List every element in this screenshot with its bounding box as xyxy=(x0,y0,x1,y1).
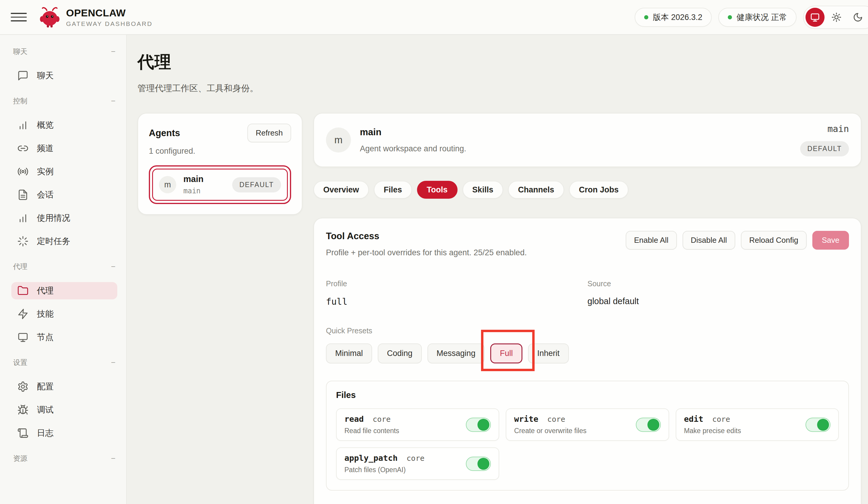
sidebar-section-label: 控制 xyxy=(13,96,28,106)
sidebar-section-2: 代理−代理技能节点 xyxy=(11,262,117,346)
section-collapse-icon[interactable]: − xyxy=(111,359,115,366)
disable-all-button[interactable]: Disable All xyxy=(683,231,735,250)
bar-chart-icon xyxy=(17,119,29,131)
status-dot-icon xyxy=(728,15,732,19)
bar-chart-icon xyxy=(17,212,29,224)
tool-description: Make precise edits xyxy=(684,427,741,435)
profile-value: full xyxy=(326,296,588,307)
menu-icon[interactable] xyxy=(11,9,27,25)
sidebar-item-实例[interactable]: 实例 xyxy=(11,163,117,180)
sidebar-section-0: 聊天−聊天 xyxy=(11,47,117,84)
sidebar-item-日志[interactable]: 日志 xyxy=(11,424,117,442)
sidebar-section-3: 设置−配置调试日志 xyxy=(11,358,117,442)
tool-name: write xyxy=(514,414,538,424)
preset-coding-button[interactable]: Coding xyxy=(378,343,422,363)
zap-icon xyxy=(17,308,29,320)
version-badge: 版本 2026.3.2 xyxy=(634,8,712,27)
tool-tag: core xyxy=(712,415,730,424)
main-content: 代理 管理代理工作区、工具和身份。 Agents Refresh 1 confi… xyxy=(127,35,868,504)
agent-detail-id: main xyxy=(827,124,849,134)
page-title: 代理 xyxy=(137,51,861,73)
agent-list-item-main[interactable]: m main main DEFAULT xyxy=(149,165,291,204)
tab-overview[interactable]: Overview xyxy=(313,181,369,199)
section-collapse-icon[interactable]: − xyxy=(111,263,115,271)
tool-description: Patch files (OpenAI) xyxy=(344,466,424,474)
tool-item-edit: editcoreMake precise edits xyxy=(676,409,839,441)
theme-light-sun-icon[interactable] xyxy=(827,8,846,27)
tool-tag: core xyxy=(373,415,391,424)
source-label: Source xyxy=(588,279,849,288)
preset-messaging-button[interactable]: Messaging xyxy=(427,343,485,363)
theme-dark-moon-icon[interactable] xyxy=(848,8,867,27)
broadcast-icon xyxy=(17,166,29,177)
tool-item-read: readcoreRead file contents xyxy=(336,409,499,441)
tool-group-title: Files xyxy=(336,390,839,400)
sidebar-item-配置[interactable]: 配置 xyxy=(11,378,117,395)
tab-files[interactable]: Files xyxy=(374,181,412,199)
preset-inherit-button[interactable]: Inherit xyxy=(528,343,569,363)
theme-switcher xyxy=(803,6,868,29)
refresh-button[interactable]: Refresh xyxy=(247,124,291,142)
tool-description: Create or overwrite files xyxy=(514,427,586,435)
tool-toggle-edit[interactable] xyxy=(806,417,830,432)
section-collapse-icon[interactable]: − xyxy=(111,97,115,105)
sidebar-section-4: 资源− xyxy=(11,454,117,463)
tab-skills[interactable]: Skills xyxy=(463,181,503,199)
sidebar-item-频道[interactable]: 频道 xyxy=(11,140,117,157)
sidebar-item-使用情况[interactable]: 使用情况 xyxy=(11,209,117,227)
sidebar-section-label: 聊天 xyxy=(13,47,28,56)
sidebar-item-定时任务[interactable]: 定时任务 xyxy=(11,233,117,250)
tool-toggle-read[interactable] xyxy=(466,417,491,432)
tool-item-apply_patch: apply_patchcorePatch files (OpenAI) xyxy=(336,447,499,480)
sidebar-item-技能[interactable]: 技能 xyxy=(11,305,117,323)
sidebar-item-会话[interactable]: 会话 xyxy=(11,186,117,203)
folder-icon xyxy=(17,285,29,296)
profile-label: Profile xyxy=(326,279,588,288)
brand-title: OPENCLAW xyxy=(66,7,153,19)
sidebar-item-聊天[interactable]: 聊天 xyxy=(11,67,117,84)
sidebar-item-节点[interactable]: 节点 xyxy=(11,329,117,346)
agent-avatar: m xyxy=(159,176,176,193)
page-subtitle: 管理代理工作区、工具和身份。 xyxy=(137,82,861,94)
section-collapse-icon[interactable]: − xyxy=(111,48,115,56)
openclaw-logo-icon xyxy=(38,6,61,29)
default-badge: DEFAULT xyxy=(232,177,281,192)
sidebar-item-概览[interactable]: 概览 xyxy=(11,117,117,134)
toggle-knob xyxy=(477,458,489,470)
tool-access-subtitle: Profile + per-tool overrides for this ag… xyxy=(326,248,527,258)
agents-count: 1 configured. xyxy=(149,147,291,156)
tool-name: read xyxy=(344,414,364,424)
save-button[interactable]: Save xyxy=(812,231,849,250)
tab-cron-jobs[interactable]: Cron Jobs xyxy=(569,181,629,199)
sidebar-section-label: 设置 xyxy=(13,358,28,367)
status-dot-icon xyxy=(644,15,648,19)
reload-config-button[interactable]: Reload Config xyxy=(741,231,807,250)
sidebar-item-调试[interactable]: 调试 xyxy=(11,401,117,419)
toggle-knob xyxy=(477,419,489,431)
tool-toggle-apply_patch[interactable] xyxy=(466,457,491,471)
tab-channels[interactable]: Channels xyxy=(508,181,564,199)
sidebar: 聊天−聊天控制−概览频道实例会话使用情况定时任务代理−代理技能节点设置−配置调试… xyxy=(0,35,127,504)
agent-detail-name: main xyxy=(360,127,466,138)
agent-detail-header: m main Agent workspace and routing. main… xyxy=(313,113,861,167)
chat-icon xyxy=(17,70,29,81)
agent-detail-description: Agent workspace and routing. xyxy=(360,144,466,153)
sidebar-section-label: 代理 xyxy=(13,262,28,271)
section-collapse-icon[interactable]: − xyxy=(111,455,115,462)
sidebar-item-代理[interactable]: 代理 xyxy=(11,282,117,299)
loader-icon xyxy=(17,235,29,247)
preset-minimal-button[interactable]: Minimal xyxy=(326,343,372,363)
quick-presets-label: Quick Presets xyxy=(326,326,849,335)
quick-presets-row: MinimalCodingMessagingFullInherit xyxy=(326,343,849,363)
agent-avatar: m xyxy=(326,128,351,152)
tab-tools[interactable]: Tools xyxy=(417,181,457,199)
health-badge: 健康状况 正常 xyxy=(718,8,797,27)
tool-tag: core xyxy=(547,415,565,424)
agent-tabs: OverviewFilesToolsSkillsChannelsCron Job… xyxy=(313,181,861,199)
preset-full-button[interactable]: Full xyxy=(490,343,523,363)
agents-panel-title: Agents xyxy=(149,128,180,139)
tool-toggle-write[interactable] xyxy=(636,417,661,432)
theme-system-monitor-icon[interactable] xyxy=(806,8,825,27)
enable-all-button[interactable]: Enable All xyxy=(626,231,677,250)
tool-access-card: Tool Access Profile + per-tool overrides… xyxy=(313,218,861,504)
